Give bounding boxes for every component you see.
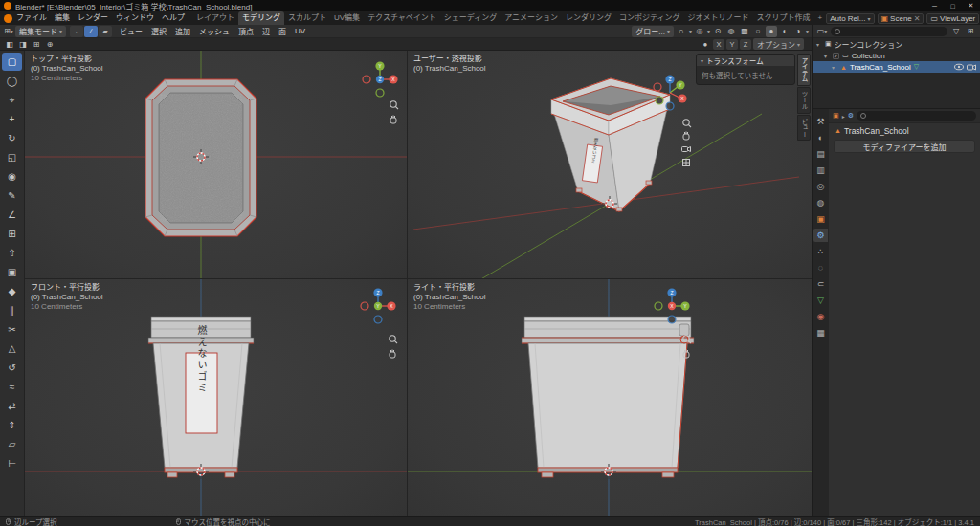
tool-inset-faces[interactable]: ▣ <box>2 263 22 281</box>
tool-loop-cut[interactable]: ∥ <box>2 301 22 319</box>
menu-view[interactable]: ビュー <box>116 26 146 36</box>
tool-rotate[interactable]: ↻ <box>2 129 22 147</box>
menu-edge[interactable]: 辺 <box>258 26 274 36</box>
blender-menu-icon[interactable] <box>4 14 12 23</box>
tool-bevel[interactable]: ◆ <box>2 282 22 300</box>
outliner-row-scene-collection[interactable]: ▾ ▣ シーンコレクション <box>813 38 980 50</box>
tool-edge-slide[interactable]: ⇄ <box>2 397 22 415</box>
gizmos-toggle-icon[interactable]: ⊙ <box>712 26 724 37</box>
outliner-editor-dropdown[interactable]: ▭▾ <box>816 26 828 37</box>
tool-shear[interactable]: ▱ <box>2 435 22 453</box>
outliner-search-input[interactable] <box>831 27 947 36</box>
viewport-right[interactable]: Z Y X ライト・平行投影 (0) TrashCan_School 10 Ce… <box>408 279 812 516</box>
menu-select[interactable]: 選択 <box>147 26 170 36</box>
menu-mesh[interactable]: メッシュ <box>195 26 234 36</box>
expand-icon[interactable]: ▾ <box>832 64 837 71</box>
tab-render[interactable]: ◐ <box>813 131 828 144</box>
menu-face[interactable]: 面 <box>275 26 290 36</box>
zoom-icon[interactable] <box>390 336 397 343</box>
shading-rendered-icon[interactable]: ◑ <box>792 26 804 37</box>
menu-help[interactable]: ヘルプ <box>158 11 189 25</box>
tool-add-cube[interactable]: ⊞ <box>2 225 22 243</box>
tab-sculpting[interactable]: スカルプト <box>284 11 330 25</box>
tab-rendering[interactable]: レンダリング <box>562 11 615 25</box>
edge-select-button[interactable]: ∕ <box>84 26 98 37</box>
hide-viewport-eye-icon[interactable] <box>954 63 964 71</box>
tab-tool[interactable]: ⚒ <box>813 115 828 128</box>
tool-knife[interactable]: ✂ <box>2 320 22 339</box>
tab-constraints[interactable]: ⊂ <box>813 277 828 291</box>
tab-texture-paint[interactable]: テクスチャペイント <box>364 11 440 25</box>
menu-vertex[interactable]: 頂点 <box>234 26 257 36</box>
face-select-button[interactable]: ▰ <box>99 26 112 37</box>
nav-gizmo[interactable]: Z X Y <box>361 288 396 323</box>
tab-particles[interactable]: ∴ <box>813 245 828 258</box>
viewport-top[interactable]: Y X Z トップ・平行投影 (0) TrashCan_School 10 Ce… <box>25 51 407 278</box>
tool-settings-icon-3[interactable]: ⊞ <box>31 38 42 50</box>
tab-shading[interactable]: シェーディング <box>440 11 501 25</box>
transform-panel-header[interactable]: ▾トランスフォーム <box>697 55 794 66</box>
viewport-top-canvas[interactable]: Y X Z <box>25 51 407 278</box>
viewport-right-canvas[interactable]: Z Y X <box>408 279 812 516</box>
tool-scale[interactable]: ◱ <box>2 148 22 166</box>
collection-checkbox[interactable]: ✓ <box>833 53 839 59</box>
maximize-button[interactable]: □ <box>944 0 962 11</box>
tool-settings-icon-4[interactable]: ⊕ <box>44 38 56 50</box>
tab-texture[interactable]: ▦ <box>813 326 828 340</box>
scene-selector[interactable]: ▣Scene✕ <box>878 13 924 24</box>
tool-settings-icon-1[interactable]: ◧ <box>4 38 15 50</box>
tool-shrink-fatten[interactable]: ⇕ <box>2 416 22 434</box>
menu-window[interactable]: ウィンドウ <box>112 11 158 25</box>
outliner-row-object[interactable]: ▾ ▲ TrashCan_School ▽ <box>813 61 980 73</box>
menu-file[interactable]: ファイル <box>12 11 51 25</box>
sidebar-tab-item[interactable]: アイテム <box>797 54 811 86</box>
tool-poly-build[interactable]: △ <box>2 340 22 358</box>
tool-move[interactable]: + <box>2 110 22 128</box>
tool-smooth[interactable]: ≈ <box>2 378 22 396</box>
pan-hand-icon[interactable] <box>390 116 396 124</box>
tab-compositing[interactable]: コンポジティング <box>615 11 684 25</box>
tool-annotate[interactable]: ✎ <box>2 186 22 205</box>
new-collection-icon[interactable]: ⊞ <box>965 26 976 37</box>
tab-object[interactable]: ▣ <box>813 212 828 226</box>
shading-solid-icon[interactable]: ● <box>766 26 777 37</box>
tab-material[interactable]: ◉ <box>813 310 828 323</box>
tab-scene[interactable]: ◎ <box>813 180 828 193</box>
mirror-y-toggle[interactable]: Y <box>726 39 738 50</box>
minimize-button[interactable]: ─ <box>925 0 944 11</box>
zoom-icon[interactable] <box>390 101 398 109</box>
shading-dropdown[interactable]: ▾ <box>806 28 809 34</box>
auto-save-dropdown[interactable]: Auto Rel...▾ <box>826 13 874 24</box>
add-modifier-button[interactable]: モディファイアーを追加 <box>834 140 975 153</box>
snap-magnet-icon[interactable]: ∩ <box>676 26 687 37</box>
outliner-row-collection[interactable]: ▾ ✓ ▭ Collection <box>813 50 980 61</box>
orientation-dropdown[interactable]: グロー...▾ <box>632 26 674 37</box>
overlays-toggle-icon[interactable]: ◍ <box>725 26 737 37</box>
expand-icon[interactable]: ▾ <box>824 53 830 59</box>
properties-search-input[interactable] <box>857 111 976 121</box>
editor-type-dropdown[interactable]: ⊞▾ <box>3 26 14 37</box>
viewlayer-selector[interactable]: ▭ViewLayer <box>926 13 979 24</box>
proportional-edit-icon[interactable]: ◎ <box>694 26 705 37</box>
tab-scripting[interactable]: スクリプト作成 <box>752 11 813 25</box>
tool-select-circle[interactable]: ◯ <box>2 72 22 90</box>
tool-measure[interactable]: ∠ <box>2 206 22 224</box>
nav-gizmo[interactable]: Y X Z <box>363 61 398 97</box>
tool-select-box[interactable]: ▢ <box>2 53 22 71</box>
tab-animation[interactable]: アニメーション <box>501 11 562 25</box>
tab-view-layer[interactable]: ▥ <box>813 164 828 177</box>
proportional-dropdown[interactable]: ▾ <box>707 28 710 34</box>
tab-object-data[interactable]: ▽ <box>813 294 828 307</box>
tool-cursor[interactable]: ⌖ <box>2 91 22 109</box>
add-workspace-button[interactable]: + <box>813 11 826 25</box>
tab-layout[interactable]: レイアウト <box>192 11 238 25</box>
snap-dropdown[interactable]: ▾ <box>689 28 692 34</box>
tab-uv-editing[interactable]: UV編集 <box>330 11 364 25</box>
menu-add[interactable]: 追加 <box>171 26 194 36</box>
mirror-x-toggle[interactable]: X <box>713 39 724 50</box>
mirror-z-toggle[interactable]: Z <box>740 39 751 50</box>
tab-output[interactable]: ▤ <box>813 147 828 161</box>
filter-icon[interactable]: ▽ <box>950 26 962 37</box>
tool-spin[interactable]: ↺ <box>2 359 22 377</box>
tool-extrude-region[interactable]: ⇧ <box>2 244 22 262</box>
